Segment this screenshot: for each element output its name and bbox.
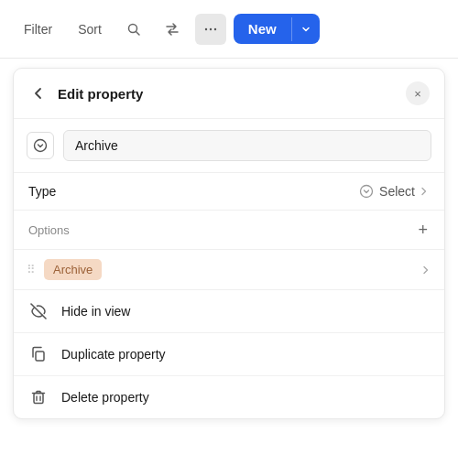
add-option-button[interactable]: +	[416, 220, 430, 240]
search-button[interactable]	[118, 14, 149, 45]
filter-label: Filter	[24, 22, 52, 37]
edit-property-panel: Edit property × Type Select Option	[13, 68, 445, 419]
svg-point-4	[214, 27, 216, 29]
hide-in-view-action[interactable]: Hide in view	[14, 290, 444, 333]
svg-point-6	[361, 186, 373, 198]
add-icon: +	[418, 222, 428, 238]
delete-property-label: Delete property	[61, 390, 149, 405]
sort-label: Sort	[78, 22, 102, 37]
more-icon	[203, 22, 218, 37]
new-button[interactable]: New	[234, 14, 291, 44]
search-icon	[126, 22, 141, 37]
delete-icon	[28, 388, 49, 406]
select-icon	[359, 184, 374, 199]
drag-handle-icon: ⠿	[27, 263, 35, 276]
close-icon: ×	[414, 87, 421, 101]
option-tag: Archive	[44, 259, 102, 280]
svg-line-1	[136, 31, 139, 35]
option-chevron-right-icon	[420, 265, 431, 276]
panel-header: Edit property ×	[14, 69, 444, 119]
circle-chevron-icon	[33, 138, 48, 153]
back-button[interactable]	[28, 83, 49, 103]
option-item[interactable]: ⠿ Archive	[14, 250, 444, 290]
type-row[interactable]: Type Select	[14, 173, 444, 211]
delete-property-action[interactable]: Delete property	[14, 376, 444, 418]
property-type-icon-button[interactable]	[27, 132, 54, 159]
svg-point-5	[35, 140, 47, 152]
chevron-down-icon	[301, 25, 311, 34]
swap-icon	[165, 22, 180, 37]
type-select-label: Select	[379, 184, 415, 199]
duplicate-icon	[28, 345, 49, 363]
svg-point-2	[205, 27, 207, 29]
back-icon	[30, 85, 47, 102]
name-row	[14, 119, 444, 173]
new-button-group: New	[234, 14, 320, 44]
panel-title: Edit property	[58, 86, 397, 102]
options-label: Options	[28, 223, 416, 237]
more-button[interactable]	[195, 14, 226, 45]
new-dropdown-button[interactable]	[291, 17, 320, 41]
duplicate-property-action[interactable]: Duplicate property	[14, 333, 444, 376]
duplicate-property-label: Duplicate property	[61, 347, 166, 362]
svg-rect-8	[34, 394, 43, 404]
hide-in-view-label: Hide in view	[61, 304, 130, 319]
filter-button[interactable]: Filter	[15, 16, 61, 42]
hide-icon	[28, 302, 49, 320]
sort-button[interactable]: Sort	[69, 16, 111, 42]
svg-rect-7	[36, 352, 44, 361]
type-label: Type	[28, 184, 359, 199]
options-header: Options +	[14, 211, 444, 250]
toolbar: Filter Sort New	[0, 0, 458, 59]
property-name-input[interactable]	[63, 130, 431, 161]
type-select: Select	[359, 184, 415, 199]
svg-point-3	[210, 27, 212, 29]
close-button[interactable]: ×	[406, 81, 430, 105]
chevron-right-icon	[419, 186, 430, 197]
swap-button[interactable]	[157, 14, 188, 45]
